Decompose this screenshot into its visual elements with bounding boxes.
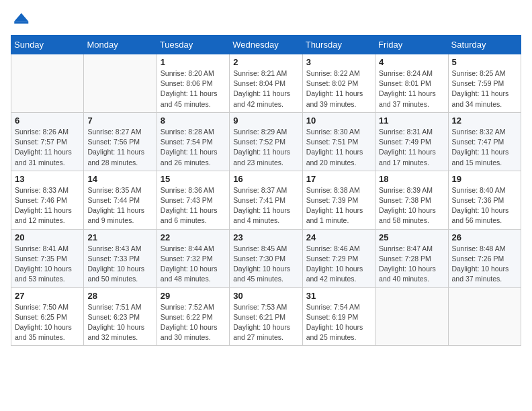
- calendar-cell: 26Sunrise: 8:48 AM Sunset: 7:26 PM Dayli…: [448, 229, 521, 287]
- day-info: Sunrise: 8:48 AM Sunset: 7:26 PM Dayligh…: [452, 244, 517, 285]
- calendar-cell: 18Sunrise: 8:39 AM Sunset: 7:38 PM Dayli…: [375, 171, 448, 229]
- day-number: 5: [452, 57, 517, 67]
- day-info: Sunrise: 8:30 AM Sunset: 7:51 PM Dayligh…: [306, 127, 371, 168]
- day-info: Sunrise: 8:21 AM Sunset: 8:04 PM Dayligh…: [233, 68, 298, 109]
- calendar-cell: 23Sunrise: 8:45 AM Sunset: 7:30 PM Dayli…: [230, 229, 302, 287]
- day-info: Sunrise: 8:29 AM Sunset: 7:52 PM Dayligh…: [233, 127, 298, 168]
- calendar-week-row: 27Sunrise: 7:50 AM Sunset: 6:25 PM Dayli…: [11, 287, 521, 346]
- weekday-header-sunday: Sunday: [11, 36, 84, 54]
- day-number: 31: [306, 291, 371, 301]
- day-info: Sunrise: 8:24 AM Sunset: 8:01 PM Dayligh…: [379, 68, 444, 109]
- svg-marker-0: [14, 13, 28, 21]
- day-info: Sunrise: 8:26 AM Sunset: 7:57 PM Dayligh…: [15, 127, 80, 168]
- day-number: 12: [452, 116, 517, 126]
- day-number: 23: [233, 232, 298, 242]
- day-number: 1: [161, 57, 226, 67]
- day-info: Sunrise: 8:31 AM Sunset: 7:49 PM Dayligh…: [379, 127, 444, 168]
- calendar-cell: 28Sunrise: 7:51 AM Sunset: 6:23 PM Dayli…: [84, 287, 157, 346]
- calendar-cell: 30Sunrise: 7:53 AM Sunset: 6:21 PM Dayli…: [230, 287, 302, 346]
- weekday-header-wednesday: Wednesday: [230, 36, 302, 54]
- calendar-cell: 24Sunrise: 8:46 AM Sunset: 7:29 PM Dayli…: [302, 229, 375, 287]
- day-number: 26: [452, 232, 517, 242]
- day-info: Sunrise: 7:51 AM Sunset: 6:23 PM Dayligh…: [87, 302, 152, 343]
- calendar-week-row: 1Sunrise: 8:20 AM Sunset: 8:06 PM Daylig…: [11, 54, 521, 113]
- calendar-cell: 7Sunrise: 8:27 AM Sunset: 7:56 PM Daylig…: [84, 112, 157, 171]
- day-info: Sunrise: 8:27 AM Sunset: 7:56 PM Dayligh…: [87, 127, 152, 168]
- day-info: Sunrise: 8:33 AM Sunset: 7:46 PM Dayligh…: [15, 185, 80, 226]
- day-info: Sunrise: 7:53 AM Sunset: 6:21 PM Dayligh…: [233, 302, 298, 343]
- calendar-cell: 17Sunrise: 8:38 AM Sunset: 7:39 PM Dayli…: [302, 171, 375, 229]
- day-number: 3: [306, 57, 371, 67]
- day-info: Sunrise: 8:39 AM Sunset: 7:38 PM Dayligh…: [379, 185, 444, 226]
- calendar-cell: 22Sunrise: 8:44 AM Sunset: 7:32 PM Dayli…: [157, 229, 229, 287]
- calendar-cell: [375, 287, 448, 346]
- weekday-header-thursday: Thursday: [302, 36, 375, 54]
- day-number: 25: [379, 232, 444, 242]
- day-info: Sunrise: 8:43 AM Sunset: 7:33 PM Dayligh…: [87, 244, 152, 285]
- calendar-cell: 21Sunrise: 8:43 AM Sunset: 7:33 PM Dayli…: [84, 229, 157, 287]
- calendar-cell: 16Sunrise: 8:37 AM Sunset: 7:41 PM Dayli…: [230, 171, 302, 229]
- day-info: Sunrise: 8:32 AM Sunset: 7:47 PM Dayligh…: [452, 127, 517, 168]
- day-info: Sunrise: 8:25 AM Sunset: 7:59 PM Dayligh…: [452, 68, 517, 109]
- day-info: Sunrise: 8:47 AM Sunset: 7:28 PM Dayligh…: [379, 244, 444, 285]
- day-info: Sunrise: 7:50 AM Sunset: 6:25 PM Dayligh…: [15, 302, 80, 343]
- day-number: 29: [161, 291, 226, 301]
- calendar-cell: 10Sunrise: 8:30 AM Sunset: 7:51 PM Dayli…: [302, 112, 375, 171]
- weekday-header-tuesday: Tuesday: [157, 36, 229, 54]
- calendar-cell: 8Sunrise: 8:28 AM Sunset: 7:54 PM Daylig…: [157, 112, 229, 171]
- day-number: 28: [87, 291, 152, 301]
- day-number: 9: [233, 116, 298, 126]
- day-number: 21: [87, 232, 152, 242]
- day-number: 19: [452, 174, 517, 184]
- calendar-cell: 25Sunrise: 8:47 AM Sunset: 7:28 PM Dayli…: [375, 229, 448, 287]
- day-info: Sunrise: 7:52 AM Sunset: 6:22 PM Dayligh…: [161, 302, 226, 343]
- calendar-cell: 12Sunrise: 8:32 AM Sunset: 7:47 PM Dayli…: [448, 112, 521, 171]
- calendar-cell: 9Sunrise: 8:29 AM Sunset: 7:52 PM Daylig…: [230, 112, 302, 171]
- logo-icon: [11, 11, 30, 30]
- calendar-cell: 14Sunrise: 8:35 AM Sunset: 7:44 PM Dayli…: [84, 171, 157, 229]
- day-info: Sunrise: 8:38 AM Sunset: 7:39 PM Dayligh…: [306, 185, 371, 226]
- day-info: Sunrise: 8:44 AM Sunset: 7:32 PM Dayligh…: [161, 244, 226, 285]
- logo: [11, 11, 32, 30]
- weekday-header-saturday: Saturday: [448, 36, 521, 54]
- calendar-cell: 4Sunrise: 8:24 AM Sunset: 8:01 PM Daylig…: [375, 54, 448, 113]
- calendar-cell: 20Sunrise: 8:41 AM Sunset: 7:35 PM Dayli…: [11, 229, 84, 287]
- day-number: 10: [306, 116, 371, 126]
- day-number: 13: [15, 174, 80, 184]
- calendar-cell: 31Sunrise: 7:54 AM Sunset: 6:19 PM Dayli…: [302, 287, 375, 346]
- calendar-cell: 3Sunrise: 8:22 AM Sunset: 8:02 PM Daylig…: [302, 54, 375, 113]
- calendar-cell: 1Sunrise: 8:20 AM Sunset: 8:06 PM Daylig…: [157, 54, 229, 113]
- day-number: 8: [161, 116, 226, 126]
- day-number: 7: [87, 116, 152, 126]
- calendar-week-row: 13Sunrise: 8:33 AM Sunset: 7:46 PM Dayli…: [11, 171, 521, 229]
- day-number: 11: [379, 116, 444, 126]
- calendar-cell: [448, 287, 521, 346]
- day-info: Sunrise: 7:54 AM Sunset: 6:19 PM Dayligh…: [306, 302, 371, 343]
- day-info: Sunrise: 8:37 AM Sunset: 7:41 PM Dayligh…: [233, 185, 298, 226]
- calendar-cell: 27Sunrise: 7:50 AM Sunset: 6:25 PM Dayli…: [11, 287, 84, 346]
- calendar-cell: 2Sunrise: 8:21 AM Sunset: 8:04 PM Daylig…: [230, 54, 302, 113]
- day-number: 4: [379, 57, 444, 67]
- day-info: Sunrise: 8:22 AM Sunset: 8:02 PM Dayligh…: [306, 68, 371, 109]
- day-number: 18: [379, 174, 444, 184]
- calendar-table: SundayMondayTuesdayWednesdayThursdayFrid…: [11, 35, 521, 346]
- calendar-cell: 29Sunrise: 7:52 AM Sunset: 6:22 PM Dayli…: [157, 287, 229, 346]
- day-number: 17: [306, 174, 371, 184]
- day-number: 6: [15, 116, 80, 126]
- day-number: 30: [233, 291, 298, 301]
- page-header: [11, 11, 521, 30]
- calendar-cell: 5Sunrise: 8:25 AM Sunset: 7:59 PM Daylig…: [448, 54, 521, 113]
- day-number: 20: [15, 232, 80, 242]
- calendar-cell: [11, 54, 84, 113]
- day-number: 27: [15, 291, 80, 301]
- weekday-header-monday: Monday: [84, 36, 157, 54]
- day-number: 2: [233, 57, 298, 67]
- day-number: 14: [87, 174, 152, 184]
- day-info: Sunrise: 8:41 AM Sunset: 7:35 PM Dayligh…: [15, 244, 80, 285]
- calendar-cell: 15Sunrise: 8:36 AM Sunset: 7:43 PM Dayli…: [157, 171, 229, 229]
- day-info: Sunrise: 8:35 AM Sunset: 7:44 PM Dayligh…: [87, 185, 152, 226]
- day-number: 16: [233, 174, 298, 184]
- weekday-header-friday: Friday: [375, 36, 448, 54]
- day-info: Sunrise: 8:28 AM Sunset: 7:54 PM Dayligh…: [161, 127, 226, 168]
- calendar-cell: 11Sunrise: 8:31 AM Sunset: 7:49 PM Dayli…: [375, 112, 448, 171]
